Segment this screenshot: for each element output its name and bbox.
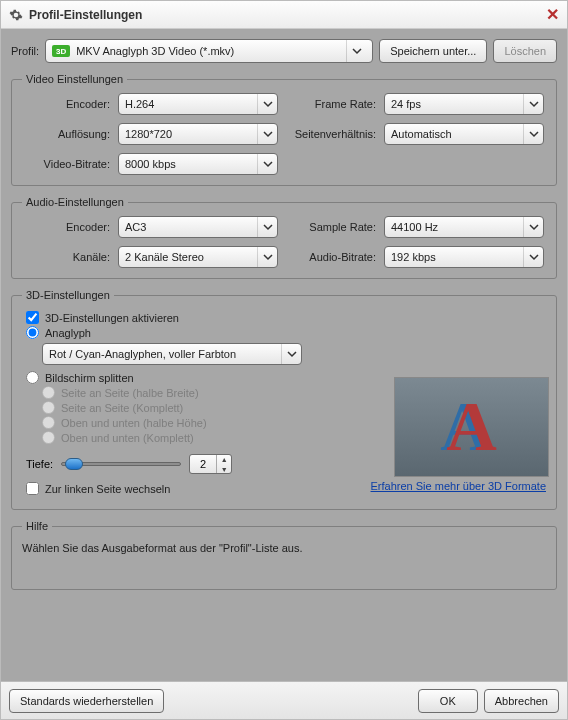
channels-value: 2 Kanäle Stereo <box>125 251 257 263</box>
framerate-value: 24 fps <box>391 98 523 110</box>
framerate-label: Frame Rate: <box>286 98 376 110</box>
audio-bitrate-value: 192 kbps <box>391 251 523 263</box>
channels-label: Kanäle: <box>22 251 110 263</box>
help-legend: Hilfe <box>22 520 52 532</box>
resolution-label: Auflösung: <box>22 128 110 140</box>
save-as-button[interactable]: Speichern unter... <box>379 39 487 63</box>
anaglyph-preview-icon: A <box>446 387 497 467</box>
dialog-window: Profil-Einstellungen ✕ Profil: 3D MKV An… <box>0 0 568 720</box>
video-legend: Video Einstellungen <box>22 73 127 85</box>
restore-defaults-button[interactable]: Standards wiederherstellen <box>9 689 164 713</box>
help-text: Wählen Sie das Ausgabeformat aus der "Pr… <box>22 542 546 554</box>
depth-label: Tiefe: <box>26 458 53 470</box>
help-group: Hilfe Wählen Sie das Ausgabeformat aus d… <box>11 520 557 590</box>
dialog-footer: Standards wiederherstellen OK Abbrechen <box>1 681 567 719</box>
chevron-down-icon <box>257 154 277 174</box>
delete-label: Löschen <box>504 45 546 57</box>
anaglyph-radio[interactable]: Anaglyph <box>26 326 546 339</box>
chevron-down-icon <box>346 40 366 62</box>
profile-row: Profil: 3D MKV Anaglyph 3D Video (*.mkv)… <box>11 39 557 63</box>
sbs-full-label: Seite an Seite (Komplett) <box>61 402 183 414</box>
save-as-label: Speichern unter... <box>390 45 476 57</box>
chevron-down-icon <box>523 94 543 114</box>
profile-label: Profil: <box>11 45 39 57</box>
profile-badge: 3D <box>52 45 70 57</box>
gear-icon <box>9 8 23 22</box>
profile-value: MKV Anaglyph 3D Video (*.mkv) <box>76 45 340 57</box>
enable-3d-checkbox[interactable]: 3D-Einstellungen aktivieren <box>26 311 546 324</box>
audio-encoder-label: Encoder: <box>22 221 110 233</box>
cancel-label: Abbrechen <box>495 695 548 707</box>
samplerate-value: 44100 Hz <box>391 221 523 233</box>
tab-half-input <box>42 416 55 429</box>
anaglyph-input[interactable] <box>26 326 39 339</box>
chevron-down-icon <box>523 217 543 237</box>
chevron-down-icon <box>257 124 277 144</box>
framerate-select[interactable]: 24 fps <box>384 93 544 115</box>
dialog-body: Profil: 3D MKV Anaglyph 3D Video (*.mkv)… <box>1 29 567 681</box>
tab-full-label: Oben und unten (Komplett) <box>61 432 194 444</box>
enable-3d-input[interactable] <box>26 311 39 324</box>
sbs-half-label: Seite an Seite (halbe Breite) <box>61 387 199 399</box>
audio-bitrate-select[interactable]: 192 kbps <box>384 246 544 268</box>
sbs-full-input <box>42 401 55 414</box>
audio-bitrate-label: Audio-Bitrate: <box>286 251 376 263</box>
ok-label: OK <box>440 695 456 707</box>
video-settings-group: Video Einstellungen Encoder: H.264 Frame… <box>11 73 557 186</box>
anaglyph-mode-value: Rot / Cyan-Anaglyphen, voller Farbton <box>49 348 281 360</box>
swap-left-label: Zur linken Seite wechseln <box>45 483 170 495</box>
swap-left-checkbox[interactable]: Zur linken Seite wechseln <box>26 482 170 495</box>
aspect-value: Automatisch <box>391 128 523 140</box>
sbs-half-input <box>42 386 55 399</box>
anaglyph-label: Anaglyph <box>45 327 91 339</box>
video-encoder-value: H.264 <box>125 98 257 110</box>
chevron-down-icon <box>523 124 543 144</box>
titlebar: Profil-Einstellungen ✕ <box>1 1 567 29</box>
tab-full-input <box>42 431 55 444</box>
video-bitrate-select[interactable]: 8000 kbps <box>118 153 278 175</box>
split-screen-input[interactable] <box>26 371 39 384</box>
audio-settings-group: Audio-Einstellungen Encoder: AC3 Sample … <box>11 196 557 279</box>
ok-button[interactable]: OK <box>418 689 478 713</box>
audio-legend: Audio-Einstellungen <box>22 196 128 208</box>
enable-3d-label: 3D-Einstellungen aktivieren <box>45 312 179 324</box>
aspect-label: Seitenverhältnis: <box>286 128 376 140</box>
restore-defaults-label: Standards wiederherstellen <box>20 695 153 707</box>
video-encoder-select[interactable]: H.264 <box>118 93 278 115</box>
preview-image: A <box>394 377 549 477</box>
chevron-down-icon <box>257 94 277 114</box>
slider-thumb[interactable] <box>65 458 83 470</box>
spinner-up-icon[interactable]: ▲ <box>217 454 231 464</box>
anaglyph-mode-select[interactable]: Rot / Cyan-Anaglyphen, voller Farbton <box>42 343 302 365</box>
chevron-down-icon <box>281 344 301 364</box>
depth-spinner[interactable]: 2 ▲▼ <box>189 454 232 474</box>
spinner-down-icon[interactable]: ▼ <box>217 464 231 474</box>
audio-encoder-select[interactable]: AC3 <box>118 216 278 238</box>
video-bitrate-label: Video-Bitrate: <box>22 158 110 170</box>
learn-more-link[interactable]: Erfahren Sie mehr über 3D Formate <box>371 480 546 497</box>
split-screen-label: Bildschirm splitten <box>45 372 134 384</box>
video-bitrate-value: 8000 kbps <box>125 158 257 170</box>
delete-button: Löschen <box>493 39 557 63</box>
swap-left-input[interactable] <box>26 482 39 495</box>
aspect-select[interactable]: Automatisch <box>384 123 544 145</box>
samplerate-label: Sample Rate: <box>286 221 376 233</box>
profile-select[interactable]: 3D MKV Anaglyph 3D Video (*.mkv) <box>45 39 373 63</box>
samplerate-select[interactable]: 44100 Hz <box>384 216 544 238</box>
window-title: Profil-Einstellungen <box>29 8 142 22</box>
chevron-down-icon <box>257 247 277 267</box>
channels-select[interactable]: 2 Kanäle Stereo <box>118 246 278 268</box>
cancel-button[interactable]: Abbrechen <box>484 689 559 713</box>
close-icon[interactable]: ✕ <box>546 5 559 24</box>
chevron-down-icon <box>523 247 543 267</box>
audio-encoder-value: AC3 <box>125 221 257 233</box>
depth-value: 2 <box>190 458 216 470</box>
tab-half-label: Oben und unten (halbe Höhe) <box>61 417 207 429</box>
chevron-down-icon <box>257 217 277 237</box>
resolution-value: 1280*720 <box>125 128 257 140</box>
three-d-legend: 3D-Einstellungen <box>22 289 114 301</box>
depth-slider[interactable] <box>61 457 181 471</box>
resolution-select[interactable]: 1280*720 <box>118 123 278 145</box>
video-encoder-label: Encoder: <box>22 98 110 110</box>
